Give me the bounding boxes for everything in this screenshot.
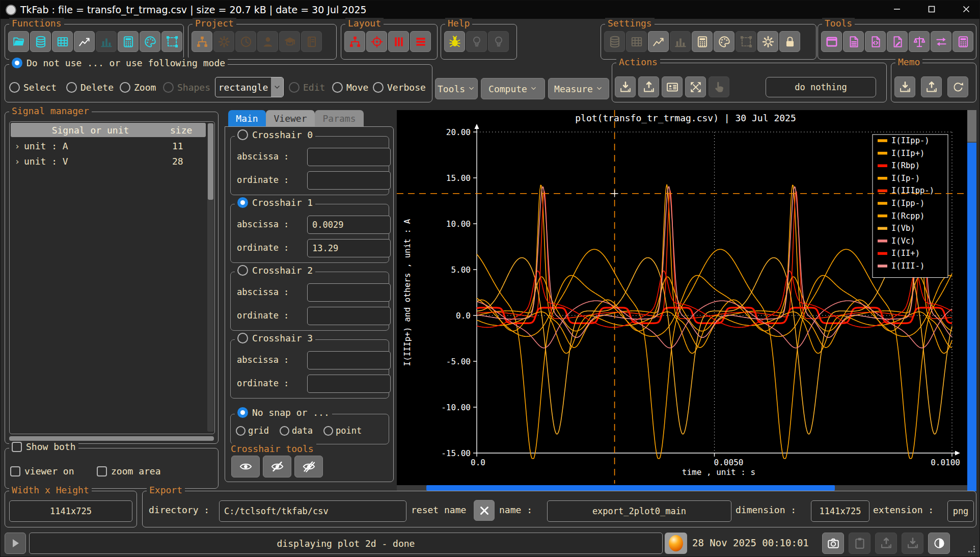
abscissa-2-field[interactable] [307,283,391,302]
select-area-icon-button[interactable] [736,31,756,52]
scales-icon-button[interactable] [909,31,930,52]
snap-option-data[interactable]: data [280,421,313,440]
bug-icon-button[interactable] [444,31,465,52]
doc-icon-button[interactable] [843,31,864,52]
plot-canvas[interactable]: 20.0015.0010.005.000.0-5.00-10.00-15.000… [397,110,967,484]
signal-row[interactable]: ›unit : V28 [11,153,206,169]
calculator-icon-button[interactable] [118,31,139,52]
abscissa-1-field[interactable]: 0.0029 [307,216,391,234]
ordinate-2-field[interactable] [307,307,391,325]
mode-radio-edit[interactable]: Edit [289,77,325,98]
palette-icon-button[interactable] [140,31,160,52]
mode-radio-select[interactable]: Select [9,77,57,98]
abscissa-3-field[interactable] [307,351,391,369]
download-icon-button[interactable] [894,76,915,97]
expand-icon-button[interactable] [685,76,706,97]
table-icon-button[interactable] [626,31,647,52]
doc-edit-icon-button[interactable] [887,31,908,52]
hbars-icon-button[interactable] [410,31,431,52]
vbars-icon-button[interactable] [388,31,409,52]
folder-open-icon-button[interactable] [8,31,29,52]
swap-icon-button[interactable] [931,31,951,52]
menu-button-tools[interactable]: Tools [435,78,478,99]
tab-viewer[interactable]: Viewer [266,110,315,127]
signal-row[interactable]: ›unit : A11 [11,138,206,153]
lock-icon-button[interactable] [779,31,800,52]
download-icon-button[interactable] [902,533,923,554]
upload-icon-button[interactable] [875,533,897,554]
menu-button-measure[interactable]: Measure [548,78,609,99]
mode-radio-move[interactable]: Move [332,77,368,98]
mode-radio-verbose[interactable]: Verbose [373,77,426,98]
window-icon-button[interactable] [821,31,842,52]
extension-entry[interactable]: png [947,500,974,522]
signal-list-vscroll-thumb[interactable] [208,123,213,200]
doc-code-icon-button[interactable] [865,31,886,52]
bulb-icon-button[interactable] [488,31,509,52]
plot-vscroll-track-top[interactable] [967,110,976,142]
chart-line-icon-button[interactable] [648,31,669,52]
close-button[interactable] [955,1,977,18]
width-height-value[interactable]: 1141x725 [9,500,132,522]
dimension-entry[interactable]: 1141x725 [811,500,869,522]
signal-list-header[interactable]: Signal or unit size [11,123,206,137]
mode-default-radio[interactable] [12,58,22,68]
plot-hscrollbar[interactable] [397,485,967,491]
abscissa-0-field[interactable] [307,148,391,166]
crosshair-radio-1[interactable] [237,197,248,208]
grad-cap-icon-button[interactable] [279,31,300,52]
no-snap-radio[interactable] [237,407,248,418]
plot-vscrollbar[interactable] [967,110,976,491]
contact-card-icon-button[interactable] [662,76,683,97]
chart-bar-icon-button[interactable] [96,31,117,52]
gear-icon-button[interactable] [757,31,778,52]
toggle-icon-button[interactable] [928,533,950,554]
viewer-on-checkbox[interactable] [10,466,20,476]
maximize-button[interactable] [920,1,943,18]
eye-icon-button[interactable] [231,456,260,478]
plot-hscroll-thumb[interactable] [426,485,835,491]
crosshair-radio-2[interactable] [237,265,248,276]
minimize-button[interactable] [886,1,908,18]
palette-icon-button[interactable] [714,31,734,52]
mode-radio-delete[interactable]: Delete [66,77,114,98]
clipboard-icon-button[interactable] [849,533,870,554]
chart-line-icon-button[interactable] [74,31,95,52]
play-icon-button[interactable] [5,533,26,554]
eye-off-icon-button[interactable] [294,456,323,478]
table-icon-button[interactable] [52,31,73,52]
chart-bar-icon-button[interactable] [670,31,691,52]
bulb-icon-button[interactable] [466,31,487,52]
directory-entry[interactable]: C:/tclsoft/tkfab/csv [219,500,406,522]
menu-button-compute[interactable]: Compute [481,78,545,99]
target-icon-button[interactable] [366,31,387,52]
ordinate-1-field[interactable]: 13.29 [307,239,391,257]
calculator-icon-button[interactable] [952,31,973,52]
hand-icon-button[interactable] [709,76,729,97]
user-icon-button[interactable] [257,31,278,52]
refresh-icon-button[interactable] [947,76,968,97]
upload-icon-button[interactable] [638,76,659,97]
zoom-area-checkbox[interactable] [97,466,107,476]
show-both-checkbox[interactable] [12,442,22,452]
eye-slash-icon-button[interactable] [263,456,291,478]
mode-radio-zoom[interactable]: Zoom [120,77,156,98]
snap-option-point[interactable]: point [323,421,362,440]
camera-icon-button[interactable] [822,533,844,554]
notebook-icon-button[interactable] [301,31,322,52]
download-icon-button[interactable] [615,76,636,97]
upload-icon-button[interactable] [921,76,942,97]
database-icon-button[interactable] [30,31,51,52]
name-entry[interactable]: export_2plot0_main [547,500,731,522]
tab-main[interactable]: Main [228,110,266,127]
ordinate-0-field[interactable] [307,171,391,190]
tab-params[interactable]: Params [315,110,364,127]
signal-list-hscrollbar[interactable] [9,436,214,441]
crosshair-radio-3[interactable] [237,333,248,343]
ordinate-3-field[interactable] [307,375,391,393]
reset-name-button[interactable] [474,500,495,521]
snap-option-grid[interactable]: grid [236,421,269,440]
database-icon-button[interactable] [604,31,625,52]
tree-icon-button[interactable] [192,31,212,52]
resize-grip[interactable] [967,545,976,554]
